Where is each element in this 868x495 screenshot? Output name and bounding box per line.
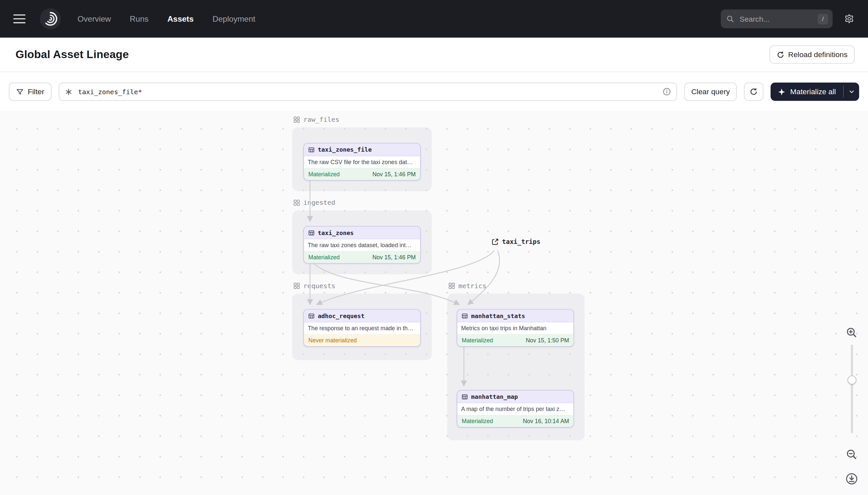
global-search[interactable]: /	[721, 10, 833, 28]
group-icon	[293, 200, 300, 206]
app-window: Overview Runs Assets Deployment / Global…	[0, 0, 868, 495]
materialize-all-label: Materialize all	[790, 88, 836, 96]
table-icon	[308, 147, 315, 153]
group-icon	[448, 283, 455, 289]
reload-definitions-label: Reload definitions	[788, 51, 847, 59]
dagster-logo-icon[interactable]	[40, 8, 61, 29]
asset-status-bar: Materialized Nov 15, 1:46 PM	[304, 251, 420, 263]
asset-node-taxi-zones[interactable]: taxi_zones The raw taxi zones dataset, l…	[303, 226, 421, 264]
lineage-toolbar: Filter Clear query	[0, 72, 868, 110]
asset-selection-input-wrap	[59, 82, 677, 101]
hamburger-menu-icon[interactable]	[14, 14, 25, 23]
asset-node-manhattan-map[interactable]: manhattan_map A map of the number of tri…	[457, 390, 574, 428]
asset-status-bar: Never materialized	[304, 334, 420, 346]
zoom-out-icon	[845, 448, 857, 460]
page-header: Global Asset Lineage Reload definitions	[0, 38, 868, 72]
materialization-timestamp: Nov 15, 1:46 PM	[372, 254, 415, 260]
lineage-canvas[interactable]: raw_files ingested	[0, 111, 868, 495]
asset-description: The raw taxi zones dataset, loaded int…	[304, 239, 420, 251]
asset-node-header: manhattan_map	[457, 391, 573, 404]
search-shortcut-badge: /	[817, 14, 828, 24]
asset-name: adhoc_request	[318, 312, 365, 319]
search-icon	[726, 15, 734, 23]
clear-query-button[interactable]: Clear query	[684, 82, 737, 101]
zoom-in-button[interactable]	[844, 325, 859, 340]
group-name: raw_files	[303, 116, 339, 124]
lineage-edges	[0, 111, 868, 495]
asset-description: Metrics on taxi trips in Manhattan	[457, 322, 573, 334]
zoom-slider-track[interactable]	[851, 345, 853, 433]
asset-selection-input[interactable]	[77, 87, 658, 96]
group-icon	[293, 116, 300, 123]
nav-item-runs[interactable]: Runs	[130, 14, 148, 23]
settings-gear-icon[interactable]	[844, 14, 855, 24]
asset-name: manhattan_stats	[471, 312, 525, 319]
asset-name: taxi_zones	[318, 229, 354, 236]
nav-item-deployment[interactable]: Deployment	[213, 14, 255, 23]
group-icon	[293, 283, 300, 289]
external-asset-taxi-trips[interactable]: taxi_trips	[492, 238, 541, 245]
group-name: ingested	[303, 199, 336, 207]
group-name: requests	[303, 282, 336, 290]
asset-name: manhattan_map	[471, 393, 518, 400]
asset-status-bar: Materialized Nov 15, 1:46 PM	[304, 168, 420, 180]
group-name: metrics	[458, 282, 486, 290]
materialization-timestamp: Nov 15, 1:46 PM	[372, 171, 415, 177]
info-icon[interactable]	[662, 88, 671, 96]
materialize-all-main[interactable]: Materialize all	[771, 82, 843, 101]
asset-node-header: adhoc_request	[304, 309, 420, 322]
op-selector-icon	[65, 88, 72, 96]
page-title: Global Asset Lineage	[15, 48, 129, 61]
status-badge: Materialized	[308, 171, 340, 177]
group-label-requests[interactable]: requests	[293, 282, 335, 290]
external-link-icon	[492, 238, 499, 245]
asset-node-header: manhattan_stats	[457, 309, 573, 322]
asset-node-taxi-zones-file[interactable]: taxi_zones_file The raw CSV file for the…	[303, 143, 421, 181]
top-navbar: Overview Runs Assets Deployment /	[0, 0, 868, 38]
status-badge: Materialized	[462, 337, 493, 343]
materialize-all-button[interactable]: Materialize all	[771, 82, 859, 101]
nav-item-overview[interactable]: Overview	[77, 14, 111, 23]
clear-query-label: Clear query	[691, 88, 730, 96]
asset-status-bar: Materialized Nov 15, 1:50 PM	[457, 334, 573, 346]
chevron-down-icon	[848, 89, 854, 95]
download-image-button[interactable]	[844, 471, 859, 486]
materialization-timestamp: Nov 16, 10:14 AM	[523, 417, 569, 424]
filter-label: Filter	[28, 88, 44, 96]
asset-description: The raw CSV file for the taxi zones dat…	[304, 156, 420, 168]
filter-button[interactable]: Filter	[9, 82, 52, 101]
table-icon	[462, 313, 468, 319]
asset-description: The response to an request made in th…	[304, 322, 420, 334]
primary-nav: Overview Runs Assets Deployment	[77, 14, 255, 23]
asset-node-adhoc-request[interactable]: adhoc_request The response to an request…	[303, 309, 421, 347]
status-badge: Never materialized	[308, 337, 357, 343]
logo-swirl	[42, 11, 59, 27]
status-badge: Materialized	[308, 254, 340, 260]
status-badge: Materialized	[462, 417, 493, 424]
zoom-in-icon	[845, 326, 857, 338]
search-input[interactable]	[739, 14, 813, 24]
asset-node-header: taxi_zones_file	[304, 143, 420, 156]
filter-funnel-icon	[16, 88, 24, 96]
group-label-raw-files[interactable]: raw_files	[293, 116, 339, 124]
reload-definitions-button[interactable]: Reload definitions	[769, 45, 854, 64]
zoom-out-button[interactable]	[844, 446, 859, 462]
asset-node-header: taxi_zones	[304, 226, 420, 239]
table-icon	[462, 394, 468, 400]
asset-description: A map of the number of trips per taxi z…	[457, 404, 573, 415]
materialize-options-caret[interactable]	[844, 82, 859, 101]
group-label-ingested[interactable]: ingested	[293, 199, 335, 207]
nav-item-assets[interactable]: Assets	[167, 14, 194, 23]
download-icon	[845, 472, 858, 485]
materialization-timestamp: Nov 15, 1:50 PM	[526, 337, 569, 343]
asset-node-manhattan-stats[interactable]: manhattan_stats Metrics on taxi trips in…	[457, 309, 574, 347]
table-icon	[308, 313, 315, 319]
external-asset-name: taxi_trips	[502, 238, 541, 245]
refresh-graph-button[interactable]	[744, 82, 764, 101]
refresh-icon	[777, 51, 784, 58]
sparkle-icon	[778, 88, 786, 96]
group-label-metrics[interactable]: metrics	[448, 282, 486, 290]
table-icon	[308, 229, 315, 236]
asset-name: taxi_zones_file	[318, 146, 372, 153]
zoom-slider-handle[interactable]	[848, 376, 856, 385]
